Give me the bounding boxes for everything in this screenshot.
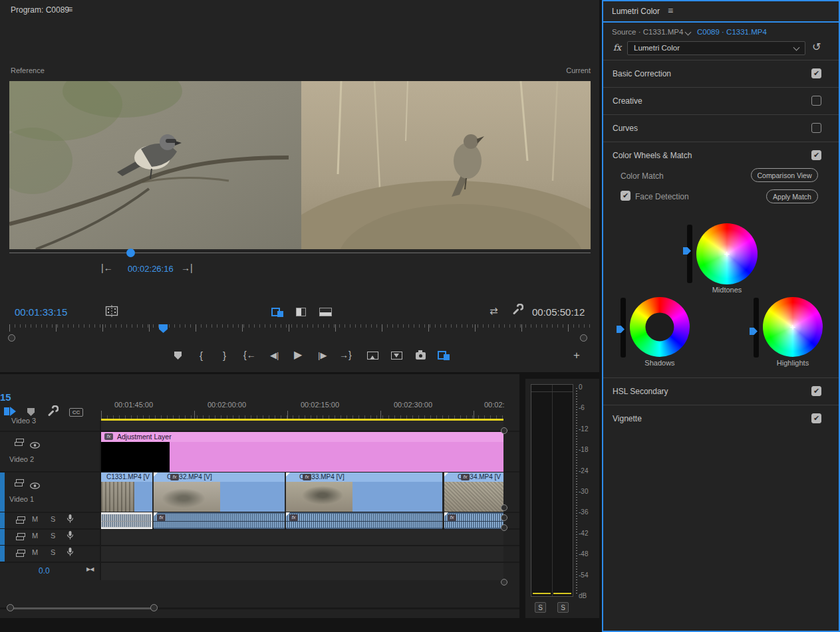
master-gain-value[interactable]: 0.0	[39, 566, 50, 576]
comparison-view-active-icon[interactable]	[438, 351, 450, 360]
shadows-wheel[interactable]	[630, 297, 690, 357]
track-resize-knob[interactable]	[501, 427, 507, 434]
section-color-wheels-match[interactable]: Color Wheels & Match	[603, 142, 839, 169]
clip-adjustment-layer[interactable]: fx Adjustment Layer	[101, 432, 503, 472]
solo-button[interactable]: S	[51, 548, 55, 556]
section-curves[interactable]: Curves	[603, 114, 839, 142]
color-wheels-checkbox[interactable]: ✔	[811, 150, 821, 160]
timeline-timecode-partial: 15	[0, 391, 11, 403]
track-resize-knob[interactable]	[501, 579, 507, 585]
split-horizontal-icon[interactable]	[319, 308, 332, 316]
panel-menu-icon[interactable]: ≡	[668, 6, 673, 15]
track-patch-icon[interactable]	[16, 516, 25, 524]
midtones-wheel[interactable]: +	[696, 223, 758, 284]
section-vignette[interactable]: Vignette	[603, 405, 839, 432]
captions-icon[interactable]: CC	[69, 408, 83, 417]
nest-toggle-icon[interactable]	[4, 406, 16, 417]
comparison-view-button[interactable]: Comparison View	[751, 168, 818, 182]
basic-correction-checkbox[interactable]: ✔	[811, 68, 821, 78]
reset-effect-icon[interactable]: ↺	[812, 42, 821, 53]
highlights-level-slider[interactable]	[754, 298, 759, 358]
playhead-timecode[interactable]: 00:01:33:15	[15, 306, 67, 318]
swap-sides-icon[interactable]: ⇄	[490, 306, 498, 316]
split-vertical-icon[interactable]	[296, 308, 306, 316]
solo-button[interactable]: S	[51, 532, 55, 540]
track-resize-knob[interactable]	[501, 524, 507, 531]
track-patch-icon[interactable]	[16, 550, 25, 557]
goto-out-icon[interactable]: →}	[339, 350, 352, 360]
curves-checkbox[interactable]	[811, 123, 821, 133]
mute-button[interactable]: M	[32, 515, 38, 523]
track-output-eye-icon[interactable]	[30, 439, 40, 451]
clip-c1331-video[interactable]: C1331.MP4 [V	[101, 473, 152, 512]
clip-c1334-video[interactable]: fxC1334.MP4 [V	[444, 473, 503, 512]
timeline-add-marker-icon[interactable]	[27, 408, 35, 416]
lumetri-tab-title[interactable]: Lumetri Color	[612, 7, 660, 16]
comparison-slider-track[interactable]	[9, 253, 591, 253]
creative-checkbox[interactable]	[811, 96, 821, 106]
chevron-down-icon[interactable]	[685, 29, 692, 36]
section-hsl-secondary[interactable]: HSL Secondary	[603, 377, 839, 405]
settings-wrench-icon[interactable]	[511, 304, 523, 318]
zoombar-right-handle[interactable]	[580, 334, 587, 342]
target-clip-label[interactable]: C0089 · C1331.MP4	[697, 28, 767, 36]
highlights-wheel[interactable]: +	[763, 297, 823, 357]
step-forward-icon[interactable]: |▶	[318, 351, 327, 360]
monitor-scrub-ruler[interactable]	[9, 324, 591, 333]
track-resize-knob[interactable]	[501, 514, 507, 521]
fx-badge: fx	[461, 474, 470, 480]
hsl-secondary-checkbox[interactable]: ✔	[811, 386, 821, 396]
comparison-slider-handle[interactable]	[126, 249, 135, 257]
shot-timecode[interactable]: 00:02:26:16	[128, 264, 174, 274]
clip-c1331-audio[interactable]	[101, 512, 152, 529]
section-basic-correction[interactable]: Basic Correction	[603, 60, 839, 87]
vignette-checkbox[interactable]: ✔	[811, 413, 821, 423]
extract-icon[interactable]	[391, 352, 402, 360]
mark-out-icon[interactable]: }	[223, 350, 226, 360]
clip-c1332-audio[interactable]: fx	[154, 512, 285, 529]
mark-in-icon[interactable]: {	[200, 350, 203, 360]
timeline-ruler[interactable]	[101, 411, 503, 419]
clip-c1332-video[interactable]: fxC1332.MP4 [V]	[154, 473, 285, 512]
solo-left-button[interactable]: S	[535, 602, 546, 613]
effect-select[interactable]: Lumetri Color	[627, 41, 805, 55]
track-patch-icon[interactable]	[15, 479, 23, 486]
face-detection-checkbox[interactable]: ✔	[621, 191, 630, 201]
scrollbar-left-handle[interactable]	[7, 604, 14, 611]
track-resize-knob[interactable]	[501, 504, 507, 511]
clip-c1334-audio[interactable]: fx	[444, 512, 503, 529]
fit-icon[interactable]: ▶◀	[86, 567, 93, 572]
section-creative[interactable]: Creative	[603, 87, 839, 114]
mute-button[interactable]: M	[32, 532, 38, 540]
voiceover-mic-icon[interactable]	[67, 530, 74, 543]
solo-button[interactable]: S	[51, 515, 55, 523]
clip-label: Adjustment Layer	[117, 433, 172, 441]
clip-c1333-video[interactable]: fxC1333.MP4 [V]	[286, 473, 442, 512]
mute-button[interactable]: M	[32, 548, 38, 556]
reference-frame-image	[9, 81, 301, 249]
solo-right-button[interactable]: S	[557, 602, 569, 613]
voiceover-mic-icon[interactable]	[67, 514, 74, 526]
voiceover-mic-icon[interactable]	[67, 547, 74, 560]
track-patch-icon[interactable]	[15, 439, 23, 446]
add-marker-icon[interactable]	[174, 352, 182, 360]
panel-menu-icon[interactable]: ≡	[67, 5, 72, 14]
next-edit-icon[interactable]: →|	[181, 263, 193, 272]
scrollbar-right-handle[interactable]	[150, 604, 158, 611]
export-frame-icon[interactable]	[416, 352, 426, 360]
track-output-eye-icon[interactable]	[30, 480, 40, 492]
film-split-icon[interactable]	[105, 304, 118, 320]
apply-match-button[interactable]: Apply Match	[766, 189, 818, 203]
timeline-scrollbar[interactable]	[9, 607, 154, 609]
zoombar-left-handle[interactable]	[8, 334, 15, 342]
previous-edit-icon[interactable]: |←	[101, 263, 113, 272]
button-editor-plus-icon[interactable]: +	[573, 350, 580, 361]
step-back-icon[interactable]: ◀|	[270, 351, 279, 360]
timeline-settings-wrench-icon[interactable]	[47, 405, 59, 420]
lift-icon[interactable]	[367, 352, 378, 360]
track-patch-icon[interactable]	[16, 533, 25, 540]
goto-in-icon[interactable]: {←	[243, 350, 256, 360]
comparison-view-icon[interactable]	[271, 308, 283, 317]
play-icon[interactable]: ▶	[294, 350, 302, 360]
clip-c1333-audio[interactable]: fx	[286, 512, 442, 529]
